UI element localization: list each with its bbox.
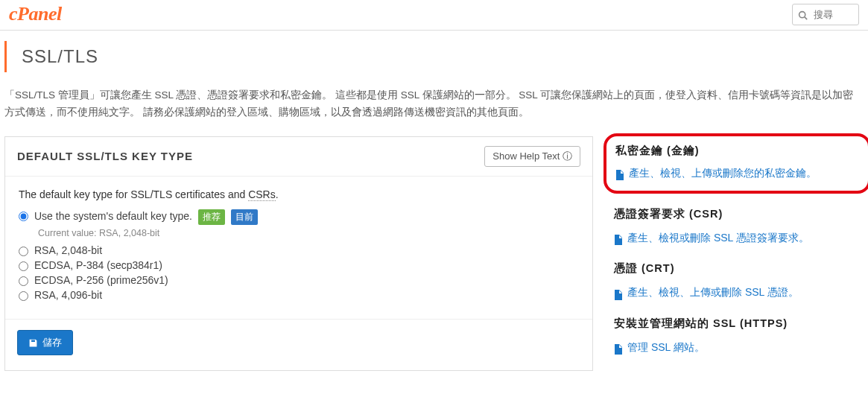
- file-icon: [614, 233, 623, 245]
- link-text: 產生、檢視、上傳或刪除您的私密金鑰。: [629, 167, 817, 180]
- csr-link[interactable]: 產生、檢視或刪除 SSL 憑證簽署要求。: [614, 232, 864, 245]
- manage-ssl-link[interactable]: 管理 SSL 網站。: [614, 341, 864, 355]
- desc-part-a: The default key type for SSL/TLS certifi…: [19, 188, 248, 200]
- show-help-button[interactable]: Show Help Text ⓘ: [484, 146, 580, 167]
- columns: DEFAULT SSL/TLS KEY TYPE Show Help Text …: [0, 130, 868, 371]
- private-keys-link[interactable]: 產生、檢視、上傳或刪除您的私密金鑰。: [615, 167, 856, 180]
- panel-title: DEFAULT SSL/TLS KEY TYPE: [17, 150, 193, 162]
- option-label: RSA, 2,048-bit: [34, 244, 102, 256]
- csrs-abbr: CSRs: [248, 188, 276, 201]
- save-button[interactable]: 儲存: [17, 330, 73, 355]
- link-text: 產生、檢視或刪除 SSL 憑證簽署要求。: [627, 232, 809, 245]
- file-icon: [615, 168, 624, 180]
- current-value-text: Current value: RSA, 2,048-bit: [38, 228, 579, 238]
- cpanel-logo: cPanel: [6, 3, 62, 25]
- search-box: [792, 4, 859, 25]
- desc-part-b: .: [276, 188, 279, 200]
- panel-header: DEFAULT SSL/TLS KEY TYPE Show Help Text …: [5, 137, 592, 177]
- radio-ecdsa-p384[interactable]: [19, 261, 28, 271]
- file-icon: [614, 343, 623, 355]
- private-keys-heading: 私密金鑰 (金鑰): [615, 144, 856, 158]
- recommended-tag: 推荐: [198, 209, 225, 225]
- page-title: SSL/TLS: [22, 46, 98, 67]
- title-accent: [4, 41, 7, 72]
- search-icon: [798, 8, 808, 20]
- opt-text: Use the system's default key type.: [34, 210, 192, 222]
- key-type-options: Use the system's default key type. 推荐 目前: [19, 209, 579, 225]
- save-label: 儲存: [42, 336, 62, 349]
- panel-description: The default key type for SSL/TLS certifi…: [19, 188, 579, 200]
- option-ecdsa-p256[interactable]: ECDSA, P-256 (prime256v1): [19, 274, 579, 286]
- option-rsa-2048[interactable]: RSA, 2,048-bit: [19, 244, 579, 256]
- option-label: RSA, 4,096-bit: [34, 289, 102, 301]
- radio-ecdsa-p256[interactable]: [19, 276, 28, 286]
- option-default[interactable]: Use the system's default key type. 推荐 目前: [19, 209, 579, 225]
- sidebar: 私密金鑰 (金鑰) 產生、檢視、上傳或刪除您的私密金鑰。 憑證簽署要求 (CSR…: [614, 136, 864, 371]
- crt-link[interactable]: 產生、檢視、上傳或刪除 SSL 憑證。: [614, 286, 864, 299]
- default-key-panel: DEFAULT SSL/TLS KEY TYPE Show Help Text …: [4, 136, 593, 371]
- save-icon: [28, 337, 38, 348]
- option-label: ECDSA, P-256 (prime256v1): [34, 274, 168, 286]
- title-bar: SSL/TLS: [0, 31, 868, 83]
- panel-footer: 儲存: [5, 319, 592, 369]
- svg-line-1: [805, 17, 807, 19]
- key-type-options-rest: RSA, 2,048-bit ECDSA, P-384 (secp384r1) …: [19, 244, 579, 301]
- csr-heading: 憑證簽署要求 (CSR): [614, 207, 864, 221]
- header: cPanel: [0, 0, 868, 31]
- svg-point-0: [799, 11, 805, 17]
- install-ssl-heading: 安裝並管理網站的 SSL (HTTPS): [614, 317, 864, 331]
- intro-text: 「SSL/TLS 管理員」可讓您產生 SSL 憑證、憑證簽署要求和私密金鑰。 這…: [0, 83, 868, 130]
- file-icon: [614, 288, 623, 299]
- option-label: ECDSA, P-384 (secp384r1): [34, 259, 162, 271]
- radio-rsa-4096[interactable]: [19, 291, 28, 301]
- option-label: Use the system's default key type. 推荐 目前: [34, 209, 258, 225]
- radio-rsa-2048[interactable]: [19, 247, 28, 256]
- current-tag: 目前: [231, 209, 258, 225]
- link-text: 管理 SSL 網站。: [627, 341, 705, 355]
- panel-body: The default key type for SSL/TLS certifi…: [5, 177, 592, 319]
- crt-heading: 憑證 (CRT): [614, 261, 864, 276]
- link-text: 產生、檢視、上傳或刪除 SSL 憑證。: [627, 286, 799, 299]
- private-keys-section: 私密金鑰 (金鑰) 產生、檢視、上傳或刪除您的私密金鑰。: [604, 133, 868, 194]
- radio-default[interactable]: [19, 212, 28, 221]
- option-ecdsa-p384[interactable]: ECDSA, P-384 (secp384r1): [19, 259, 579, 271]
- option-rsa-4096[interactable]: RSA, 4,096-bit: [19, 289, 579, 301]
